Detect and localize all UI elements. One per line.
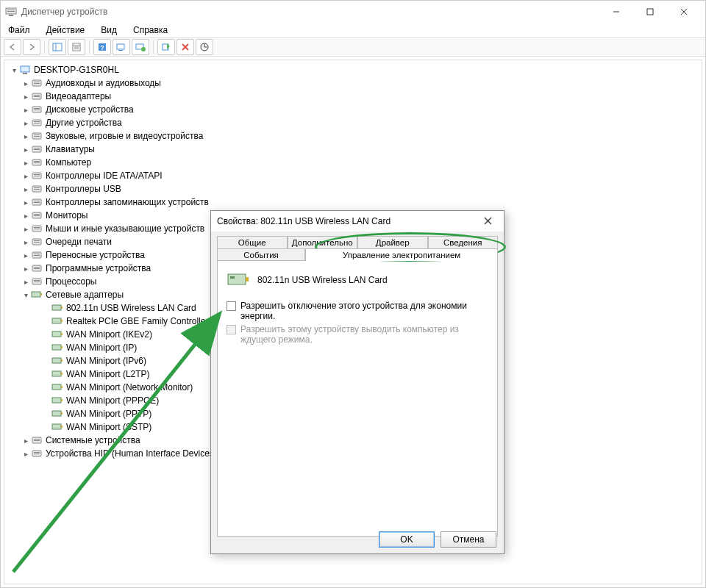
toolbar-forward[interactable]	[23, 39, 40, 55]
tree-category[interactable]: ▸Аудиовходы и аудиовыходы	[4, 76, 702, 90]
svg-rect-39	[34, 135, 40, 135]
expand-icon[interactable]: ▸	[21, 225, 31, 233]
svg-rect-73	[34, 282, 40, 282]
tree-category[interactable]: ▸Контроллеры IDE ATA/ATAPI	[4, 169, 702, 182]
expand-icon[interactable]: ▸	[21, 265, 31, 273]
svg-rect-8	[53, 43, 62, 51]
tab-general[interactable]: Общие	[217, 236, 288, 248]
toolbar-scan-hardware[interactable]	[196, 39, 213, 55]
toolbar-properties[interactable]	[68, 39, 85, 55]
network-adapter-icon	[51, 342, 63, 354]
checkbox-allow-power-off-row[interactable]: Разрешить отключение этого устройства дл…	[227, 301, 488, 321]
menu-help[interactable]: Справка	[130, 24, 171, 37]
svg-rect-64	[34, 242, 40, 243]
device-category-icon	[31, 170, 43, 182]
category-label: Контроллеры запоминающих устройств	[46, 197, 209, 207]
svg-rect-28	[34, 83, 40, 84]
expand-icon[interactable]: ▸	[21, 132, 31, 140]
menu-view[interactable]: Вид	[98, 24, 120, 37]
expand-icon[interactable]: ▸	[21, 278, 31, 286]
svg-rect-80	[52, 331, 61, 337]
svg-rect-66	[34, 254, 40, 254]
svg-rect-34	[34, 110, 40, 110]
toolbar-back[interactable]	[4, 39, 21, 55]
tree-category[interactable]: ▸Контроллеры запоминающих устройств	[4, 196, 702, 209]
expand-icon[interactable]: ▸	[21, 172, 31, 180]
minimize-button[interactable]	[599, 1, 633, 23]
svg-rect-5	[647, 9, 653, 15]
tab-events[interactable]: События	[217, 248, 305, 261]
dialog-device-name: 802.11n USB Wireless LAN Card	[257, 275, 388, 285]
svg-rect-46	[34, 162, 40, 163]
tree-category[interactable]: ▸Дисковые устройства	[4, 103, 702, 116]
expand-icon[interactable]: ▸	[21, 79, 31, 87]
tree-category[interactable]: ▸Другие устройства	[4, 116, 702, 129]
dialog-close-button[interactable]	[477, 215, 498, 227]
category-label: Сетевые адаптеры	[46, 290, 124, 300]
collapse-icon[interactable]: ▾	[9, 66, 19, 74]
toolbar: ?	[1, 37, 705, 57]
svg-rect-31	[34, 96, 40, 97]
tree-root[interactable]: ▾ DESKTOP-G1SR0HL	[4, 63, 702, 76]
expand-icon[interactable]: ▸	[21, 93, 31, 101]
cancel-button[interactable]: Отмена	[441, 531, 496, 548]
expand-icon[interactable]: ▸	[21, 159, 31, 167]
svg-rect-27	[34, 82, 40, 82]
expand-icon[interactable]: ▸	[21, 238, 31, 246]
toolbar-scan[interactable]	[113, 39, 130, 55]
toolbar-enable[interactable]	[157, 39, 175, 55]
window-title: Диспетчер устройств	[21, 7, 599, 17]
expand-icon[interactable]: ▸	[21, 106, 31, 114]
toolbar-show-hide-tree[interactable]	[49, 39, 66, 55]
network-adapter-icon	[51, 408, 63, 420]
expand-icon[interactable]: ▸	[21, 437, 31, 445]
tree-category[interactable]: ▸Контроллеры USB	[4, 182, 702, 196]
ok-button[interactable]: OK	[379, 531, 435, 548]
tree-category[interactable]: ▸Компьютер	[4, 156, 702, 169]
menu-file[interactable]: Файл	[5, 24, 33, 37]
device-category-icon	[31, 143, 43, 155]
svg-rect-69	[34, 267, 40, 268]
maximize-button[interactable]	[633, 1, 667, 23]
checkbox-allow-power-off[interactable]	[227, 301, 236, 311]
expand-icon[interactable]: ▸	[21, 119, 31, 127]
svg-rect-82	[52, 345, 61, 350]
toolbar-separator	[44, 40, 45, 54]
svg-rect-89	[61, 386, 63, 388]
tab-advanced[interactable]: Дополнительно	[288, 236, 358, 248]
svg-point-19	[141, 47, 146, 51]
tab-details[interactable]: Сведения	[428, 236, 499, 248]
svg-rect-81	[61, 333, 63, 335]
expand-icon[interactable]: ▸	[21, 212, 31, 220]
network-adapter-icon	[51, 315, 63, 327]
checkbox-allow-power-off-label: Разрешить отключение этого устройства дл…	[240, 301, 488, 321]
tree-category[interactable]: ▸Видеоадаптеры	[4, 90, 702, 103]
close-button[interactable]	[667, 1, 701, 23]
tab-driver[interactable]: Драйвер	[357, 236, 428, 248]
collapse-icon[interactable]: ▾	[21, 291, 31, 299]
toolbar-uninstall[interactable]	[176, 39, 194, 55]
expand-icon[interactable]: ▸	[21, 185, 31, 193]
device-category-icon	[31, 196, 43, 208]
tab-power-management[interactable]: Управление электропитанием	[305, 248, 498, 261]
tree-category[interactable]: ▸Звуковые, игровые и видеоустройства	[4, 129, 702, 143]
svg-rect-92	[52, 411, 61, 416]
svg-rect-72	[34, 280, 40, 281]
category-label: Контроллеры USB	[46, 184, 121, 194]
svg-rect-105	[246, 277, 249, 282]
svg-rect-63	[34, 240, 40, 241]
category-label: Системные устройства	[46, 435, 140, 445]
expand-icon[interactable]: ▸	[21, 450, 31, 458]
device-category-icon	[31, 157, 43, 168]
menu-action[interactable]: Действие	[43, 24, 88, 37]
device-category-icon	[31, 262, 43, 274]
expand-icon[interactable]: ▸	[21, 146, 31, 154]
expand-icon[interactable]: ▸	[21, 198, 31, 207]
tree-category[interactable]: ▸Клавиатуры	[4, 143, 702, 156]
expand-icon[interactable]: ▸	[21, 251, 31, 259]
device-category-icon	[31, 183, 43, 195]
device-category-icon	[31, 434, 43, 446]
svg-rect-95	[61, 426, 63, 428]
toolbar-help[interactable]: ?	[93, 39, 111, 55]
toolbar-update-driver[interactable]	[132, 39, 149, 55]
